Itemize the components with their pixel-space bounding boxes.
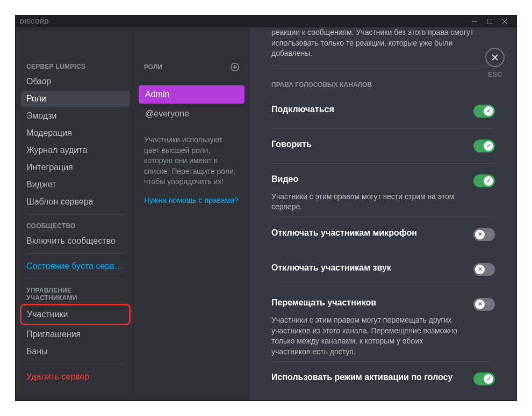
permissions-pane: реакции к сообщениям. Участники без этог… bbox=[250, 27, 516, 400]
divider bbox=[271, 128, 495, 129]
roles-header: РОЛИ bbox=[139, 60, 245, 75]
role-item-admin[interactable]: Admin bbox=[139, 85, 245, 104]
permission-label: Отключать участникам звук bbox=[271, 263, 473, 273]
toggle-mute-members[interactable]: ✕ bbox=[473, 228, 495, 241]
permission-desc-move: Участники с этим правом могут перемещать… bbox=[271, 315, 495, 357]
roles-help-link[interactable]: Нужна помощь с правами? bbox=[139, 193, 245, 208]
divider bbox=[271, 287, 495, 287]
divider bbox=[271, 163, 495, 164]
minimize-button[interactable] bbox=[467, 16, 482, 27]
permission-label: Использовать режим активации по голосу bbox=[271, 373, 473, 382]
divider bbox=[26, 214, 124, 215]
sidebar-item-delete-server[interactable]: Удалить сервер bbox=[21, 369, 130, 385]
highlight-annotation: Участники bbox=[20, 304, 131, 325]
toggle-move-members[interactable]: ✕ bbox=[473, 298, 495, 311]
divider bbox=[26, 253, 124, 254]
toggle-use-vad[interactable]: ✓ bbox=[473, 373, 495, 385]
toggle-connect[interactable]: ✓ bbox=[473, 105, 495, 118]
permission-move-members: Перемещать участников ✕ bbox=[271, 291, 495, 317]
settings-sidebar: СЕРВЕР LUMPICS Обзор Роли Эмодзи Модерац… bbox=[16, 27, 133, 400]
sidebar-section-members: УПРАВЛЕНИЕ УЧАСТНИКАМИ bbox=[21, 283, 130, 304]
close-area: ESC bbox=[485, 48, 505, 78]
permission-label: Подключаться bbox=[271, 105, 473, 114]
svg-rect-0 bbox=[487, 19, 492, 24]
roles-column: РОЛИ Admin @everyone Участники использую… bbox=[133, 27, 250, 400]
permission-speak: Говорить ✓ bbox=[271, 133, 495, 159]
divider bbox=[271, 217, 495, 217]
divider bbox=[26, 364, 124, 364]
sidebar-item-enable-community[interactable]: Включить сообщество bbox=[21, 233, 130, 249]
permission-mute-members: Отключать участникам микрофон ✕ bbox=[271, 222, 495, 247]
permission-deafen-members: Отключать участникам звук ✕ bbox=[271, 257, 495, 282]
sidebar-item-overview[interactable]: Обзор bbox=[21, 74, 130, 90]
role-item-everyone[interactable]: @everyone bbox=[139, 105, 245, 123]
divider bbox=[271, 252, 495, 252]
divider bbox=[271, 65, 495, 66]
divider bbox=[271, 361, 495, 362]
content: СЕРВЕР LUMPICS Обзор Роли Эмодзи Модерац… bbox=[16, 27, 516, 400]
sidebar-item-auditlog[interactable]: Журнал аудита bbox=[21, 142, 130, 158]
maximize-button[interactable] bbox=[482, 16, 497, 27]
permission-video: Видео ✓ bbox=[271, 168, 495, 194]
toggle-video[interactable]: ✓ bbox=[473, 174, 495, 187]
sidebar-item-members[interactable]: Участники bbox=[21, 306, 129, 323]
app-window: DISCORD СЕРВЕР LUMPICS Обзор Роли Эмодзи… bbox=[15, 15, 517, 401]
toggle-speak[interactable]: ✓ bbox=[473, 140, 495, 152]
sidebar-item-moderation[interactable]: Модерация bbox=[21, 125, 130, 141]
roles-header-label: РОЛИ bbox=[144, 63, 162, 71]
divider bbox=[26, 279, 124, 279]
sidebar-item-emoji[interactable]: Эмодзи bbox=[21, 108, 130, 124]
close-settings-button[interactable] bbox=[485, 48, 505, 67]
app-name: DISCORD bbox=[20, 18, 49, 25]
sidebar-item-integrations[interactable]: Интеграция bbox=[21, 159, 130, 176]
permission-label: Перемещать участников bbox=[271, 298, 473, 308]
toggle-deafen-members[interactable]: ✕ bbox=[473, 263, 495, 276]
permission-label: Говорить bbox=[271, 140, 473, 149]
add-role-icon[interactable] bbox=[231, 63, 239, 71]
voice-permissions-title: ПРАВА ГОЛОСОВЫХ КАНАЛОВ bbox=[271, 81, 495, 89]
sidebar-item-bans[interactable]: Баны bbox=[21, 344, 130, 360]
roles-help-text: Участники используют цвет высшей роли, к… bbox=[139, 124, 245, 193]
window-close-button[interactable] bbox=[497, 16, 512, 27]
titlebar: DISCORD bbox=[16, 16, 516, 27]
sidebar-item-roles[interactable]: Роли bbox=[21, 91, 130, 107]
permission-label: Видео bbox=[271, 174, 473, 184]
permission-use-vad: Использовать режим активации по голосу ✓ bbox=[271, 366, 495, 392]
permission-desc-video: Участники с этим правом могут вести стри… bbox=[271, 192, 495, 213]
sidebar-section-community: СООБЩЕСТВО bbox=[21, 219, 130, 232]
close-esc-label: ESC bbox=[485, 70, 505, 78]
sidebar-item-widget[interactable]: Виджет bbox=[21, 177, 130, 193]
permission-connect: Подключаться ✓ bbox=[271, 98, 495, 124]
sidebar-item-template[interactable]: Шаблон сервера bbox=[21, 194, 130, 210]
sidebar-item-invites[interactable]: Приглашения bbox=[21, 326, 130, 342]
permission-desc-reactions: реакции к сообщениям. Участники без этог… bbox=[271, 27, 495, 59]
permission-label: Отключать участникам микрофон bbox=[271, 228, 473, 238]
sidebar-section-server: СЕРВЕР LUMPICS bbox=[21, 60, 130, 72]
sidebar-item-boost-status[interactable]: Состояние буста серв… bbox=[21, 258, 130, 274]
